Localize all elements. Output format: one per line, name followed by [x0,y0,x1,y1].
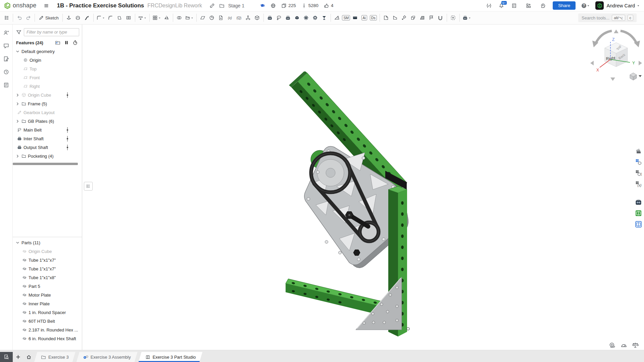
belt-lasso-button[interactable] [275,13,284,22]
draft-plane-button[interactable] [418,13,427,22]
likes-stat[interactable]: 4 [324,3,334,8]
onshape-logo-icon[interactable] [4,2,11,9]
feature-item-right-plane[interactable]: Right [13,82,82,91]
ai-advisor-button[interactable] [538,1,547,10]
linear-pattern-button[interactable] [151,13,162,22]
feature-item-front-plane[interactable]: Front [13,73,82,82]
follow-mode-button[interactable] [2,29,10,37]
part-item[interactable]: Inner Plate [13,299,82,308]
view-options-button[interactable] [630,73,642,80]
boolean-button[interactable] [175,13,184,22]
mirror-button[interactable] [162,13,171,22]
workspace-folder-icon[interactable] [217,1,226,10]
part-item[interactable]: Tube 1"x1"x7" [13,256,82,264]
main-menu-button[interactable] [42,1,51,10]
thicken-button[interactable] [137,13,148,22]
chevron-down-icon[interactable] [15,49,20,54]
featurescript-check-button[interactable] [484,1,493,10]
view-cube[interactable]: Top Right Back Z X Y [590,29,643,82]
part-item[interactable]: Tube 1"x1"x8" [13,273,82,282]
add-custom-feature-button[interactable] [449,13,458,22]
protractor-icon[interactable] [621,342,627,349]
search-tabs-button[interactable] [0,352,13,362]
extrude-button[interactable] [64,13,73,22]
import-derived-button[interactable] [216,13,226,22]
film-strip-button[interactable] [351,13,360,22]
new-folder-icon[interactable] [55,40,60,45]
parts-header[interactable]: Parts (11) [13,238,82,247]
tab-exercise-3[interactable]: Exercise 3 [34,352,76,362]
sweep-button[interactable] [83,13,92,22]
chevron-right-icon[interactable] [15,154,20,158]
mass-properties-icon[interactable] [632,342,639,349]
undo-button[interactable] [15,13,24,22]
sketch-button[interactable]: Sketch [37,13,61,22]
docs-green-button[interactable] [634,209,642,217]
feature-item-inter-shaft[interactable]: Inter Shaft [13,134,82,143]
user-name[interactable]: Andrew Card [606,3,635,8]
help-button[interactable] [581,1,590,10]
surface-boot-button[interactable] [391,13,400,22]
performance-timer-icon[interactable] [72,40,78,45]
search-tools-input[interactable]: Search tools... alt/⌥ c [578,13,637,22]
release-notes-button[interactable] [2,81,10,89]
part-item[interactable]: 2.187 in. Rounded Hex ... [13,325,82,334]
tab-exercise-3-assembly[interactable]: Exercise 3 Assembly [77,352,138,362]
feature-item-main-belt[interactable]: Main Belt [13,125,82,134]
part-item[interactable]: 1 in. Round Spacer [13,308,82,317]
rollback-dots-icon[interactable] [66,92,69,98]
fillet-button[interactable] [95,13,106,22]
part-item[interactable]: Motor Plate [13,291,82,299]
feature-list-toggle-button[interactable] [2,13,11,22]
revolve-button[interactable] [73,13,83,22]
tasks-button[interactable] [509,1,518,10]
rollback-dots-icon[interactable] [66,145,69,150]
chevron-right-icon[interactable] [15,119,20,123]
chevron-down-icon[interactable] [15,241,20,245]
chevron-right-icon[interactable] [15,93,20,97]
feature-item-gearbox-layout[interactable]: Gearbox Layout [13,108,82,117]
avatar[interactable] [595,1,604,10]
frame-box-button[interactable] [253,13,262,22]
custom-feature-panel-button[interactable] [634,198,642,206]
helix-button[interactable] [207,13,216,22]
feature-item-gb-plates[interactable]: GB Plates (6) [13,117,82,125]
sprocket-button[interactable] [302,13,311,22]
gearbox-robot-button[interactable] [284,13,293,22]
transform-button[interactable] [184,13,195,22]
sheet-metal-button[interactable] [333,13,342,22]
user-menu-caret-icon[interactable] [637,4,640,7]
gear-button[interactable] [311,13,320,22]
docs-blue-button[interactable] [634,220,642,228]
tube-button[interactable] [436,13,445,22]
feature-item-default-geometry[interactable]: Default geometry [13,47,82,56]
configurations-button[interactable] [634,158,642,166]
flag-feature-button[interactable] [427,13,436,22]
fold-button[interactable] [382,13,391,22]
history-button[interactable] [2,68,10,76]
chamfer-button[interactable] [106,13,115,22]
feature-item-top-plane[interactable]: Top [13,64,82,73]
tab-exercise-3-part-studio[interactable]: Exercise 3 Part Studio [139,352,203,362]
structure-button[interactable] [244,13,253,22]
rollback-dots-icon[interactable] [66,127,69,133]
plane-button[interactable] [198,13,207,22]
corner-block-button[interactable] [409,13,418,22]
variable-lookup-button[interactable] [235,13,244,22]
appearance-button[interactable] [634,147,642,155]
part-item[interactable]: 6 in. Rounded Hex Shaft [13,334,82,343]
rollback-bar[interactable] [13,163,78,165]
copies-stat[interactable]: 225 [281,3,296,8]
variable-button[interactable] [226,13,235,22]
tolerance-funnel-button[interactable] [320,13,329,22]
app-store-button[interactable] [524,1,533,10]
education-badge[interactable] [260,3,265,8]
part-item[interactable]: Origin Cube [13,247,82,256]
feature-item-output-shaft[interactable]: Output Shaft [13,143,82,152]
public-doc-icon[interactable] [270,3,276,8]
ai-tool-button[interactable]: Ai [360,13,369,22]
uses-stat[interactable]: 5280 [301,3,318,8]
feature-item-origin[interactable]: Origin [13,56,82,64]
hole-button[interactable] [124,13,133,22]
new-tab-button[interactable] [13,352,23,362]
